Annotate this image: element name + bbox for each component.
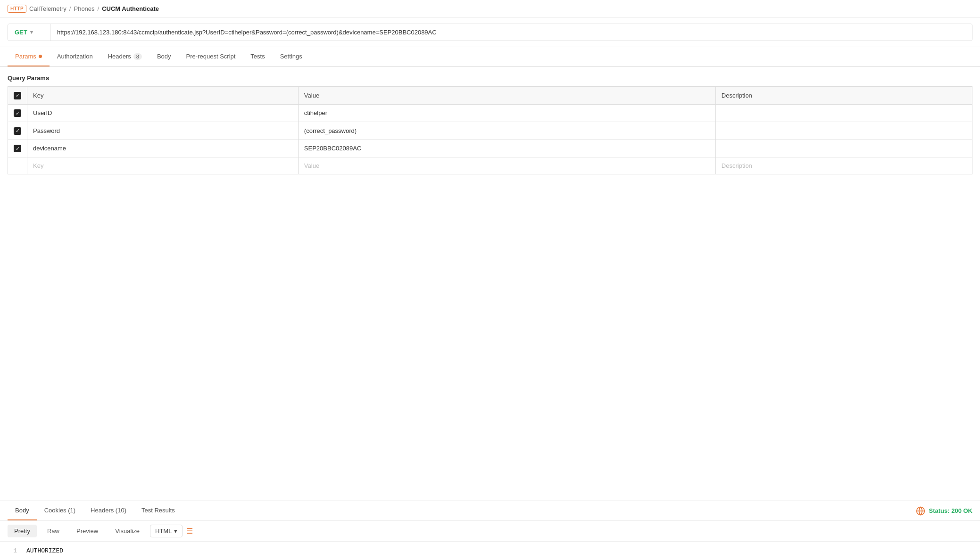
params-dot-icon [39,55,42,58]
row2-description[interactable] [715,122,972,140]
row1-checkbox[interactable]: ✓ [14,109,21,117]
tab-authorization[interactable]: Authorization [50,47,100,66]
tab-settings-label: Settings [280,53,302,60]
tab-params-label: Params [15,53,36,60]
empty-row-checkbox-cell [8,157,27,174]
tab-authorization-label: Authorization [57,53,93,60]
tab-params[interactable]: Params [8,47,50,66]
chevron-down-icon: ▾ [30,29,33,35]
tab-body-label: Body [157,53,171,60]
empty-row-key[interactable]: Key [27,157,299,174]
row1-key[interactable]: UserID [27,104,299,122]
col-header-description: Description [715,87,972,105]
method-label: GET [15,29,27,36]
row1-description[interactable] [715,104,972,122]
tab-prerequest[interactable]: Pre-request Script [179,47,243,66]
col-header-value: Value [298,87,715,105]
table-row-empty: Key Value Description [8,157,972,174]
row3-checkbox[interactable]: ✓ [14,145,21,152]
url-bar-container: GET ▾ [0,18,980,47]
breadcrumb-current: CUCM Authenticate [102,5,159,12]
checkmark-icon: ✓ [16,93,20,98]
row3-checkmark-icon: ✓ [16,146,20,151]
tab-prerequest-label: Pre-request Script [186,53,236,60]
select-all-checkbox[interactable]: ✓ [14,92,21,99]
breadcrumb-part2[interactable]: Phones [74,5,94,12]
empty-row-value[interactable]: Value [298,157,715,174]
table-row: ✓ UserID ctihelper [8,104,972,122]
tab-headers[interactable]: Headers 8 [100,47,149,66]
table-row: ✓ Password (correct_password) [8,122,972,140]
row2-value[interactable]: (correct_password) [298,122,715,140]
row1-checkbox-cell: ✓ [8,104,27,122]
col-header-key: Key [27,87,299,105]
tab-body[interactable]: Body [149,47,179,66]
breadcrumb-sep1: / [69,5,71,12]
method-selector[interactable]: GET ▾ [8,24,50,41]
tab-tests-label: Tests [250,53,265,60]
row1-checkmark-icon: ✓ [16,111,20,116]
headers-badge: 8 [133,53,142,60]
row3-value[interactable]: SEP20BBC02089AC [298,140,715,157]
row1-value[interactable]: ctihelper [298,104,715,122]
row2-checkmark-icon: ✓ [16,128,20,133]
url-input[interactable] [50,24,972,41]
key-placeholder: Key [33,162,43,169]
request-tabs-bar: Params Authorization Headers 8 Body Pre-… [0,47,980,67]
url-bar: GET ▾ [8,24,972,41]
breadcrumb-part1[interactable]: CallTelemetry [29,5,66,12]
query-params-section: Query Params ✓ Key Value Description ✓ [0,67,980,174]
row2-key[interactable]: Password [27,122,299,140]
row2-checkbox[interactable]: ✓ [14,127,21,135]
row2-checkbox-cell: ✓ [8,122,27,140]
query-params-title: Query Params [8,74,972,82]
tab-tests[interactable]: Tests [243,47,272,66]
table-row: ✓ devicename SEP20BBC02089AC [8,140,972,157]
breadcrumb-sep2: / [98,5,100,12]
params-table: ✓ Key Value Description ✓ UserID ctihelp… [8,86,972,174]
tab-headers-label: Headers [108,53,131,60]
tab-settings[interactable]: Settings [273,47,310,66]
description-placeholder: Description [722,162,752,169]
http-badge: HTTP [8,5,26,13]
row3-checkbox-cell: ✓ [8,140,27,157]
row3-description[interactable] [715,140,972,157]
empty-row-description[interactable]: Description [715,157,972,174]
breadcrumb-bar: HTTP CallTelemetry / Phones / CUCM Authe… [0,0,980,18]
row3-key[interactable]: devicename [27,140,299,157]
value-placeholder: Value [304,162,319,169]
col-header-checkbox: ✓ [8,87,27,105]
